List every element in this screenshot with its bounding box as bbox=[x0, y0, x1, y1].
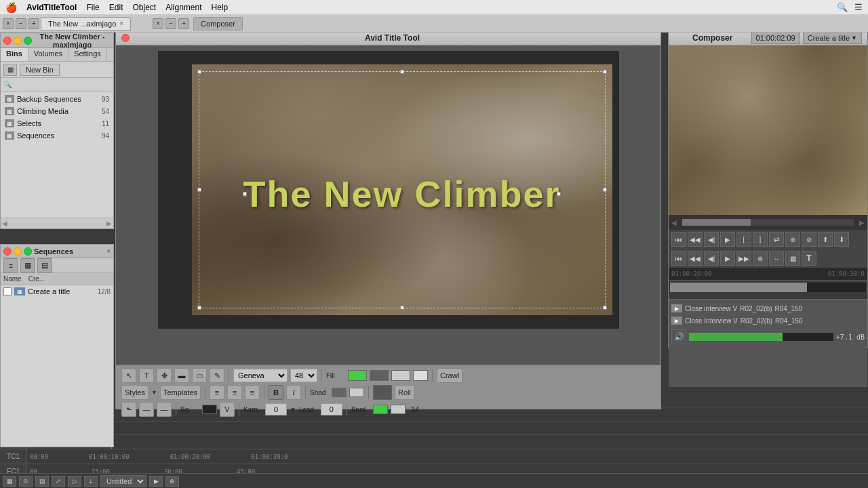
play-back-btn[interactable]: ◀◀ bbox=[688, 232, 703, 247]
bin-item-backup[interactable]: ▦ Backup Sequences 93 bbox=[2, 93, 112, 105]
mark-in-btn[interactable]: [ bbox=[736, 232, 751, 247]
align-dist3-btn[interactable]: — bbox=[157, 402, 172, 417]
seq-grid-btn[interactable]: ▦ bbox=[20, 258, 35, 273]
arrow-tool[interactable]: ↖ bbox=[121, 368, 136, 383]
menu-help[interactable]: Help bbox=[212, 3, 229, 12]
bin-item-selects[interactable]: ▦ Selects 11 bbox=[2, 117, 112, 129]
tab-close-btn-2[interactable]: × bbox=[153, 18, 163, 29]
fill-color3-swatch[interactable] bbox=[391, 370, 410, 381]
bin-grid-icon[interactable]: ▦ bbox=[3, 64, 17, 76]
play-btn[interactable]: ▶ bbox=[720, 232, 735, 247]
play-back2-btn[interactable]: ◀◀ bbox=[688, 251, 703, 266]
menu-file[interactable]: File bbox=[86, 3, 99, 12]
status-btn-8[interactable]: ⊕ bbox=[165, 476, 179, 487]
status-btn-5[interactable]: ▷ bbox=[68, 476, 81, 487]
shad-color2[interactable] bbox=[349, 388, 364, 397]
handle-bm[interactable] bbox=[400, 306, 404, 310]
align-dist-btn[interactable]: ⬑ bbox=[121, 402, 136, 417]
bin-tab-bins[interactable]: Bins bbox=[1, 48, 28, 61]
tab-composer[interactable]: Composer bbox=[193, 17, 243, 30]
handle-tr[interactable] bbox=[603, 70, 607, 74]
menu-object[interactable]: Object bbox=[132, 3, 156, 12]
bord-color[interactable] bbox=[373, 405, 388, 414]
bg-color[interactable] bbox=[202, 405, 217, 414]
tab-min-btn[interactable]: − bbox=[16, 18, 26, 29]
ellipse-tool[interactable]: ⬭ bbox=[192, 368, 207, 383]
status-btn-6[interactable]: ⇣ bbox=[84, 476, 98, 487]
pen-tool[interactable]: ✎ bbox=[210, 368, 224, 383]
seq-detail-btn[interactable]: ▤ bbox=[37, 258, 52, 273]
step-back-btn[interactable]: ◀| bbox=[704, 232, 719, 247]
seq-close-btn[interactable] bbox=[3, 247, 12, 256]
progress-bar[interactable] bbox=[682, 219, 854, 226]
rect-tool[interactable]: ▬ bbox=[174, 368, 189, 383]
ff-btn[interactable]: ▶▶ bbox=[736, 251, 751, 266]
bord-color2[interactable] bbox=[391, 405, 406, 414]
font-selector[interactable]: Geneva bbox=[233, 369, 288, 382]
tab-new-btn[interactable]: + bbox=[28, 18, 39, 29]
track-content-a4[interactable] bbox=[27, 434, 868, 449]
seq-panel-close[interactable]: × bbox=[106, 247, 111, 255]
bin-tab-settings[interactable]: Settings bbox=[68, 48, 107, 61]
add-btn[interactable]: ⊕ bbox=[785, 232, 800, 247]
styles-arrow[interactable]: ▼ bbox=[151, 389, 157, 396]
text-handle-left[interactable] bbox=[243, 192, 247, 196]
timeline-mini[interactable] bbox=[669, 280, 867, 299]
track-content-tc1[interactable]: 00:00 01:00:10:00 01:00:20:00 01:00:30:0 bbox=[27, 449, 868, 464]
minimize-button[interactable] bbox=[14, 37, 22, 45]
bin-item-sequences[interactable]: ▦ Sequences 94 bbox=[2, 129, 112, 142]
seq-list-btn[interactable]: ≡ bbox=[3, 258, 18, 273]
roll-button[interactable]: Roll bbox=[395, 385, 414, 400]
sync-btn[interactable]: ↔ bbox=[769, 251, 784, 266]
go-start-btn[interactable]: ⏮ bbox=[671, 232, 686, 247]
text-handle-right[interactable] bbox=[557, 192, 561, 196]
menu-alignment[interactable]: Alignment bbox=[165, 3, 201, 12]
overwrite-btn[interactable]: ⬇ bbox=[834, 232, 849, 247]
shad-color[interactable] bbox=[332, 388, 347, 397]
mute-btn[interactable]: ⊗ bbox=[753, 251, 768, 266]
align-right-btn[interactable]: ≡ bbox=[245, 385, 260, 400]
templates-button[interactable]: Templates bbox=[160, 385, 201, 400]
close-button[interactable] bbox=[3, 37, 12, 45]
fill-color-swatch[interactable] bbox=[348, 370, 367, 381]
lead-input[interactable] bbox=[321, 403, 342, 415]
step-back2-btn[interactable]: ◀| bbox=[704, 251, 719, 266]
align-dist2-btn[interactable]: — bbox=[139, 402, 154, 417]
untitled-dropdown[interactable]: Untitled bbox=[100, 475, 146, 487]
new-bin-button[interactable]: New Bin bbox=[20, 64, 60, 76]
bold-btn[interactable]: B bbox=[269, 385, 283, 400]
status-btn-4[interactable]: ⤢ bbox=[52, 476, 65, 487]
play2-btn[interactable]: ▶ bbox=[720, 251, 735, 266]
handle-bl[interactable] bbox=[197, 306, 201, 310]
handle-mr[interactable] bbox=[603, 188, 607, 192]
maximize-button[interactable] bbox=[24, 37, 32, 45]
align-center-btn[interactable]: ≡ bbox=[227, 385, 242, 400]
handle-br[interactable] bbox=[603, 306, 607, 310]
tab-new-climber[interactable]: The New ...aximjago × bbox=[41, 17, 131, 30]
kern-input[interactable] bbox=[265, 403, 287, 415]
create-title-btn[interactable]: Create a title ▼ bbox=[803, 32, 862, 44]
extract-btn[interactable]: ⊘ bbox=[802, 232, 816, 247]
tab-close-btn[interactable]: × bbox=[3, 18, 14, 29]
text-btn[interactable]: T bbox=[802, 251, 816, 266]
tab-min-btn-2[interactable]: − bbox=[165, 18, 176, 29]
handle-ml[interactable] bbox=[197, 188, 201, 192]
status-btn-7[interactable]: ▶ bbox=[149, 476, 163, 487]
title-tool-close[interactable] bbox=[121, 34, 130, 42]
seq-max-btn[interactable] bbox=[24, 247, 32, 256]
text-tool[interactable]: T bbox=[139, 368, 154, 383]
italic-btn[interactable]: I bbox=[286, 385, 301, 400]
seq-checkbox[interactable] bbox=[3, 287, 12, 296]
canvas-title-text[interactable]: The New Climber bbox=[243, 174, 560, 214]
size-selector[interactable]: 48 bbox=[290, 369, 317, 382]
handle-tl[interactable] bbox=[197, 70, 201, 74]
lift-btn[interactable]: ⬆ bbox=[818, 232, 833, 247]
bin-item-climbing[interactable]: ▦ Climbing Media 54 bbox=[2, 105, 112, 117]
handle-tm[interactable] bbox=[400, 70, 404, 74]
menu-edit[interactable]: Edit bbox=[109, 3, 123, 12]
apple-icon[interactable]: 🍎 bbox=[5, 2, 17, 13]
canvas-area[interactable]: The New Climber bbox=[158, 51, 619, 329]
mark-out-btn[interactable]: ] bbox=[753, 232, 768, 247]
bin-tab-volumes[interactable]: Volumes bbox=[28, 48, 68, 61]
tab-new-btn-2[interactable]: + bbox=[178, 18, 189, 29]
